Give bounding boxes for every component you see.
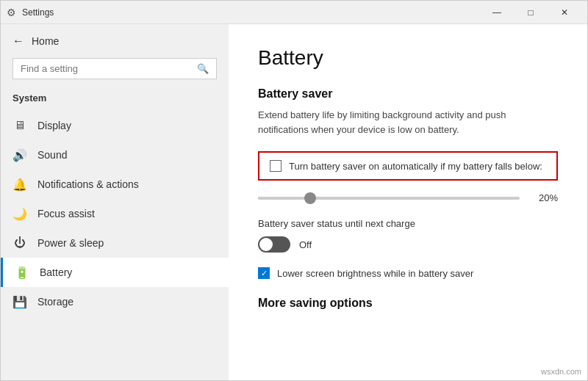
titlebar: ⚙ Settings — □ ✕ [1, 1, 587, 24]
brightness-row[interactable]: ✓ Lower screen brightness while in batte… [258, 267, 558, 279]
minimize-button[interactable]: — [480, 1, 514, 24]
search-input[interactable] [21, 63, 191, 74]
slider-thumb[interactable] [304, 192, 316, 204]
battery-icon: 🔋 [15, 265, 29, 280]
close-button[interactable]: ✕ [548, 1, 581, 24]
notifications-icon: 🔔 [12, 177, 27, 192]
window-title: Settings [22, 7, 54, 18]
battery-saver-title: Battery saver [258, 87, 558, 101]
home-link[interactable]: ← Home [1, 24, 229, 58]
storage-icon: 💾 [12, 294, 27, 309]
toggle-knob [259, 238, 273, 251]
sidebar: ← Home 🔍 System 🖥 Display 🔊 Sound 🔔 N [1, 24, 229, 380]
checkmark-icon: ✓ [261, 269, 268, 277]
sidebar-item-notifications[interactable]: 🔔 Notifications & actions [1, 170, 229, 199]
sidebar-item-power[interactable]: ⏻ Power & sleep [1, 228, 229, 258]
brightness-checkbox[interactable]: ✓ [258, 267, 270, 279]
search-icon: 🔍 [197, 63, 209, 74]
sidebar-item-label-focus: Focus assist [37, 208, 95, 219]
power-icon: ⏻ [12, 236, 27, 250]
titlebar-left: ⚙ Settings [7, 7, 54, 18]
sidebar-item-label-notifications: Notifications & actions [37, 178, 139, 190]
sidebar-item-label-display: Display [37, 120, 71, 131]
battery-saver-checkbox[interactable] [270, 160, 282, 172]
focus-icon: 🌙 [12, 206, 27, 221]
sound-icon: 🔊 [12, 148, 27, 162]
sidebar-section-title: System [1, 88, 229, 111]
slider-track[interactable] [258, 197, 520, 200]
battery-saver-toggle[interactable] [258, 236, 290, 253]
sidebar-item-label-battery: Battery [40, 266, 72, 278]
sidebar-item-storage[interactable]: 💾 Storage [1, 287, 229, 316]
battery-saver-checkbox-label: Turn battery saver on automatically if m… [289, 161, 542, 172]
display-icon: 🖥 [12, 118, 27, 133]
back-arrow-icon: ← [12, 35, 24, 48]
battery-saver-checkbox-container[interactable]: Turn battery saver on automatically if m… [258, 151, 558, 181]
sidebar-item-sound[interactable]: 🔊 Sound [1, 140, 229, 170]
brightness-label: Lower screen brightness while in battery… [277, 268, 473, 279]
titlebar-controls: — □ ✕ [480, 1, 581, 24]
page-title: Battery [258, 46, 558, 70]
toggle-section-title: Battery saver status until next charge [258, 218, 558, 229]
main-content: Battery Battery saver Extend battery lif… [229, 24, 587, 380]
battery-threshold-slider-row: 20% [258, 192, 558, 203]
settings-icon: ⚙ [7, 7, 16, 18]
search-box[interactable]: 🔍 [12, 58, 217, 79]
sidebar-item-display[interactable]: 🖥 Display [1, 111, 229, 140]
watermark: wsxdn.com [541, 367, 581, 376]
sidebar-item-focus[interactable]: 🌙 Focus assist [1, 199, 229, 228]
content-area: ← Home 🔍 System 🖥 Display 🔊 Sound 🔔 N [1, 24, 587, 380]
maximize-button[interactable]: □ [514, 1, 548, 24]
toggle-row: Off [258, 236, 558, 253]
sidebar-item-battery[interactable]: 🔋 Battery [1, 258, 229, 287]
sidebar-item-label-sound: Sound [37, 149, 67, 161]
slider-fill [258, 197, 310, 200]
sidebar-item-label-storage: Storage [37, 296, 74, 308]
sidebar-item-label-power: Power & sleep [37, 237, 104, 249]
battery-saver-desc: Extend battery life by limiting backgrou… [258, 108, 558, 137]
toggle-state-label: Off [299, 239, 312, 250]
more-saving-title: More saving options [258, 297, 558, 310]
slider-value: 20% [531, 192, 558, 203]
home-label: Home [32, 35, 59, 47]
